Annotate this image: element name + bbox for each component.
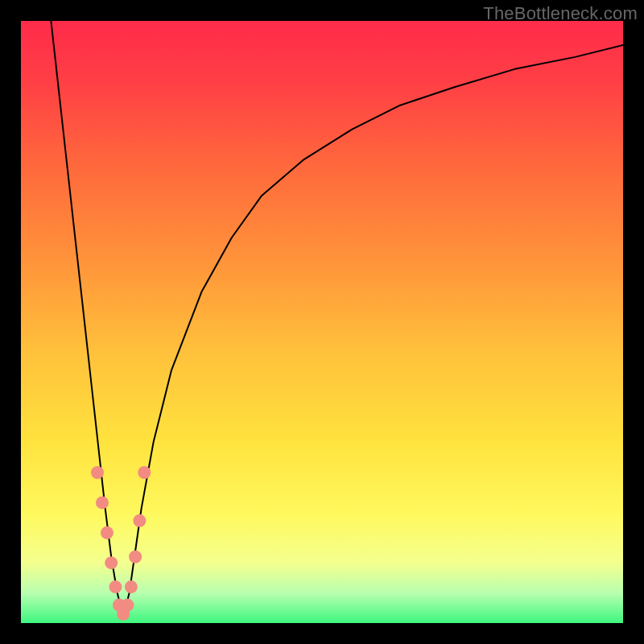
scatter-point [105, 556, 118, 569]
chart-canvas [21, 21, 623, 623]
scatter-point [133, 514, 146, 527]
scatter-point [125, 580, 138, 593]
scatter-point [138, 466, 151, 479]
scatter-point [121, 599, 134, 612]
scatter-point [129, 551, 142, 564]
scatter-point [91, 466, 104, 479]
chart-frame: TheBottleneck.com [0, 0, 644, 644]
plot-area [21, 21, 623, 623]
scatter-point [96, 496, 109, 509]
scatter-point [101, 526, 114, 539]
watermark-text: TheBottleneck.com [483, 3, 638, 24]
scatter-point [109, 580, 122, 593]
